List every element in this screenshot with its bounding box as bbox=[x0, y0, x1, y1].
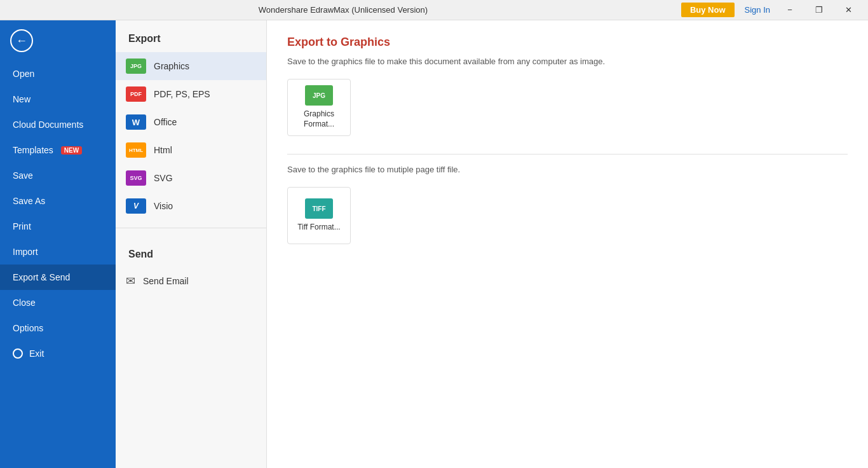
sidebar-item-new[interactable]: New bbox=[0, 86, 116, 112]
close-button[interactable]: ✕ bbox=[834, 0, 863, 20]
graphics-label: Graphics bbox=[154, 61, 189, 71]
pdf-label: PDF, PS, EPS bbox=[154, 89, 210, 99]
sidebar-label-exit: Exit bbox=[29, 348, 44, 359]
svg-icon: SVG bbox=[126, 170, 146, 186]
visio-icon: V bbox=[126, 198, 146, 214]
export-option-visio[interactable]: V Visio bbox=[116, 192, 266, 220]
send-section-title: Send bbox=[116, 236, 266, 268]
left-panel: Export JPG Graphics PDF PDF, PS, EPS W O… bbox=[116, 20, 267, 468]
back-arrow-icon: ← bbox=[16, 35, 27, 46]
sidebar-item-print[interactable]: Print bbox=[0, 214, 116, 239]
jpg-badge: JPG bbox=[305, 85, 333, 106]
buy-now-button[interactable]: Buy Now bbox=[681, 3, 735, 17]
sidebar-item-options[interactable]: Options bbox=[0, 315, 116, 341]
sidebar-item-open[interactable]: Open bbox=[0, 61, 116, 86]
panel-title: Export to Graphics bbox=[287, 36, 848, 49]
sidebar-label-import: Import bbox=[13, 247, 38, 257]
sidebar-label-cloud-documents: Cloud Documents bbox=[13, 120, 83, 130]
sidebar-label-open: Open bbox=[13, 69, 34, 79]
right-panel: Export to Graphics Save to the graphics … bbox=[267, 20, 868, 468]
new-badge: NEW bbox=[61, 146, 82, 155]
sidebar-label-new: New bbox=[13, 94, 31, 104]
restore-button[interactable]: ❐ bbox=[804, 0, 834, 20]
export-option-office[interactable]: W Office bbox=[116, 108, 266, 136]
window-controls: − ❐ ✕ bbox=[775, 0, 863, 20]
sidebar-item-close[interactable]: Close bbox=[0, 290, 116, 315]
sidebar-item-import[interactable]: Import bbox=[0, 239, 116, 265]
export-option-html[interactable]: HTML Html bbox=[116, 136, 266, 164]
sidebar-item-save-as[interactable]: Save As bbox=[0, 188, 116, 214]
right-panel-divider bbox=[287, 154, 848, 155]
send-email-option[interactable]: ✉ Send Email bbox=[116, 268, 266, 294]
sidebar-item-templates[interactable]: Templates NEW bbox=[0, 137, 116, 163]
sidebar-label-export-send: Export & Send bbox=[13, 272, 70, 282]
office-icon: W bbox=[126, 114, 146, 130]
graphics-format-label: Graphics Format... bbox=[288, 109, 350, 129]
sidebar-item-export-send[interactable]: Export & Send bbox=[0, 265, 116, 290]
visio-label: Visio bbox=[154, 201, 173, 211]
back-circle[interactable]: ← bbox=[10, 29, 33, 52]
format-grid-1: JPG Graphics Format... bbox=[287, 79, 848, 136]
office-label: Office bbox=[154, 117, 177, 127]
sign-in-link[interactable]: Sign In bbox=[745, 5, 770, 15]
svg-label: SVG bbox=[154, 173, 173, 183]
html-label: Html bbox=[154, 145, 172, 155]
sidebar-label-options: Options bbox=[13, 323, 43, 333]
sidebar-item-save[interactable]: Save bbox=[0, 163, 116, 188]
sidebar: ← Open New Cloud Documents Templates NEW… bbox=[0, 20, 116, 468]
tiff-format-label: Tiff Format... bbox=[297, 223, 340, 233]
sidebar-label-save-as: Save As bbox=[13, 196, 45, 206]
sidebar-item-cloud-documents[interactable]: Cloud Documents bbox=[0, 112, 116, 137]
content-area: Export JPG Graphics PDF PDF, PS, EPS W O… bbox=[116, 20, 868, 468]
export-option-graphics[interactable]: JPG Graphics bbox=[116, 52, 266, 80]
pdf-icon: PDF bbox=[126, 86, 146, 102]
main-layout: ← Open New Cloud Documents Templates NEW… bbox=[0, 20, 868, 468]
exit-icon bbox=[13, 348, 23, 359]
sidebar-label-save: Save bbox=[13, 170, 33, 181]
export-option-pdf[interactable]: PDF PDF, PS, EPS bbox=[116, 80, 266, 108]
sidebar-item-exit[interactable]: Exit bbox=[0, 341, 116, 366]
titlebar-title: Wondershare EdrawMax (Unlicensed Version… bbox=[5, 5, 681, 15]
description2: Save to the graphics file to mutiple pag… bbox=[287, 165, 848, 174]
minimize-button[interactable]: − bbox=[775, 0, 804, 20]
export-option-svg[interactable]: SVG SVG bbox=[116, 164, 266, 192]
description1: Save to the graphics file to make this d… bbox=[287, 57, 848, 66]
html-icon: HTML bbox=[126, 142, 146, 158]
envelope-icon: ✉ bbox=[126, 274, 135, 288]
export-section-title: Export bbox=[116, 20, 266, 52]
format-grid-2: TIFF Tiff Format... bbox=[287, 187, 848, 244]
sidebar-label-close: Close bbox=[13, 298, 36, 308]
tiff-badge: TIFF bbox=[305, 198, 333, 219]
graphics-icon: JPG bbox=[126, 59, 146, 74]
graphics-format-card[interactable]: JPG Graphics Format... bbox=[287, 79, 351, 136]
section-divider bbox=[116, 228, 266, 228]
sidebar-label-templates: Templates bbox=[13, 145, 53, 155]
titlebar: Wondershare EdrawMax (Unlicensed Version… bbox=[0, 0, 868, 20]
tiff-format-card[interactable]: TIFF Tiff Format... bbox=[287, 187, 351, 244]
send-email-label: Send Email bbox=[143, 276, 189, 286]
sidebar-label-print: Print bbox=[13, 221, 31, 231]
back-button[interactable]: ← bbox=[0, 20, 116, 61]
